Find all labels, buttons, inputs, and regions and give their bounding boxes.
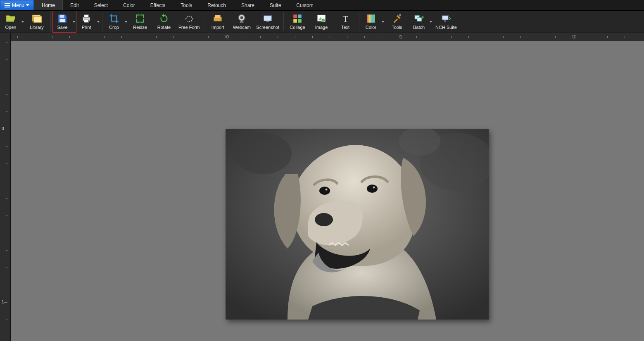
text-button[interactable]: T Text [333,11,357,33]
batch-button[interactable]: Batch [409,11,433,33]
webcam-button[interactable]: Webcam [230,11,254,33]
tab-custom[interactable]: Custom [289,0,321,10]
save-button[interactable]: Save [52,11,76,33]
svg-rect-2 [60,15,64,18]
ruler-h-num: 0 [226,35,229,39]
library-button[interactable]: Library [25,11,49,33]
print-button[interactable]: Print [76,11,100,33]
svg-rect-1 [33,17,42,23]
svg-rect-6 [84,20,89,23]
resize-button[interactable]: Resize [128,11,152,33]
canvas-image[interactable] [226,129,489,320]
color-button[interactable]: Color [361,11,385,33]
print-icon [81,13,92,24]
resize-label: Resize [133,25,147,30]
chevron-down-icon [382,21,384,23]
folder-open-icon [5,13,16,24]
rotate-icon [159,13,169,24]
save-icon [57,13,68,24]
caret-down-icon [26,4,29,6]
tab-effects[interactable]: Effects [143,0,173,10]
svg-rect-13 [266,21,269,22]
tab-color[interactable]: Color [116,0,143,10]
svg-rect-3 [60,19,65,22]
image-icon: + [316,13,327,24]
svg-rect-26 [417,18,422,21]
screenshot-label: Screenshot [256,25,279,30]
rotate-label: Rotate [157,25,171,30]
nchsuite-label: NCH Suite [435,25,457,30]
tools-icon [392,13,402,24]
svg-rect-14 [293,14,297,18]
color-label: Color [366,25,376,30]
svg-rect-5 [84,14,89,17]
crop-button[interactable]: Crop [104,11,128,33]
svg-point-37 [373,187,375,189]
nchsuite-button[interactable]: NCH Suite [433,11,459,33]
library-label: Library [30,25,44,30]
svg-rect-12 [264,15,272,21]
ruler-h-num: 2 [573,35,576,39]
tab-tools[interactable]: Tools [173,0,200,10]
webcam-icon [236,13,247,24]
ruler-h-num: 1 [400,35,402,39]
menu-button[interactable]: Menu [0,0,34,10]
svg-text:T: T [342,14,348,24]
svg-point-36 [326,189,328,191]
crop-label: Crop [109,25,119,30]
tab-suite[interactable]: Suite [262,0,289,10]
menu-label: Menu [12,2,24,8]
svg-rect-28 [444,20,446,21]
tab-retouch[interactable]: Retouch [200,0,234,10]
tab-select[interactable]: Select [87,0,116,10]
svg-point-33 [315,213,333,226]
image-label: Image [315,25,328,30]
separator [359,12,359,31]
batch-label: Batch [413,25,425,30]
tab-edit[interactable]: Edit [63,0,87,10]
svg-rect-8 [215,15,221,18]
tab-share[interactable]: Share [234,0,262,10]
svg-rect-11 [240,21,244,23]
screenshot-icon [262,13,273,24]
svg-rect-24 [399,14,401,16]
chevron-down-icon [73,21,75,23]
collage-icon [292,13,303,24]
svg-point-35 [367,185,378,193]
ruler-vertical: 0 1 [0,33,11,341]
svg-rect-16 [293,19,297,23]
separator [102,12,102,31]
svg-rect-17 [298,19,302,23]
svg-point-34 [319,187,330,195]
rotate-button[interactable]: Rotate [152,11,176,33]
svg-rect-27 [442,15,448,20]
webcam-label: Webcam [233,25,251,30]
workspace: 0 1 2 0 1 [0,33,644,341]
chevron-down-icon [21,21,24,23]
ruler-v-num: 0 [2,126,4,131]
ribbon-toolbar: Open Library Save Print Crop Res [0,11,644,33]
canvas-area[interactable] [11,41,644,341]
tab-home[interactable]: Home [34,0,63,10]
tools-button[interactable]: Tools [385,11,409,33]
freeform-label: Free Form [178,25,200,30]
collage-button[interactable]: Collage [285,11,309,33]
separator [204,12,204,31]
image-button[interactable]: + Image [309,11,333,33]
import-button[interactable]: Import [206,11,230,33]
resize-icon [135,13,145,24]
open-button[interactable]: Open [1,11,25,33]
library-icon [31,13,42,24]
freeform-icon [184,13,195,24]
color-icon [366,13,376,24]
collage-label: Collage [290,25,305,30]
svg-text:+: + [322,19,324,23]
separator [283,12,284,31]
svg-rect-23 [367,14,375,23]
tools-label: Tools [392,25,402,30]
screenshot-button[interactable]: Screenshot [254,11,282,33]
svg-point-10 [240,17,243,19]
text-icon: T [340,13,351,24]
ruler-v-num: 1 [2,300,4,304]
freeform-button[interactable]: Free Form [176,11,202,33]
